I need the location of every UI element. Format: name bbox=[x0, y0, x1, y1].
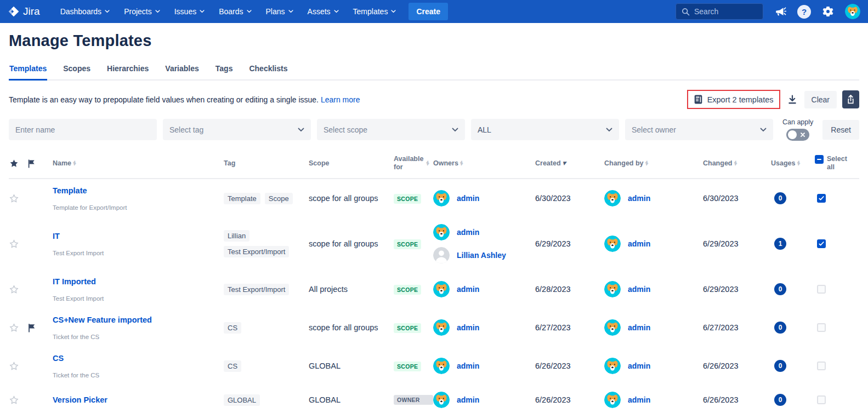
row-checkbox[interactable] bbox=[817, 362, 826, 370]
page-title: Manage Templates bbox=[9, 32, 859, 50]
template-name-link[interactable]: IT Imported bbox=[53, 277, 96, 286]
nav-item-issues[interactable]: Issues bbox=[168, 3, 211, 20]
chevron-down-icon bbox=[334, 10, 339, 13]
changed-date: 6/26/2023 bbox=[703, 362, 771, 370]
select-cell bbox=[815, 194, 859, 203]
available-for-badge: SCOPE bbox=[394, 239, 421, 249]
search-input[interactable] bbox=[694, 7, 754, 16]
nav-item-boards[interactable]: Boards bbox=[213, 3, 257, 20]
global-search[interactable] bbox=[676, 3, 763, 20]
owner-link[interactable]: admin bbox=[628, 194, 650, 203]
tab-bar: TemplatesScopesHierarchiesVariablesTagsC… bbox=[9, 61, 859, 81]
dog-avatar-icon bbox=[604, 281, 621, 297]
tag-chip: GLOBAL bbox=[224, 394, 260, 406]
row-checkbox[interactable] bbox=[817, 395, 826, 404]
column-header-usages[interactable]: Usages ▲▼ bbox=[771, 159, 815, 168]
download-button[interactable] bbox=[786, 93, 799, 106]
template-name-link[interactable]: Template bbox=[53, 186, 87, 195]
row-star-button[interactable] bbox=[9, 323, 27, 333]
template-name-link[interactable]: IT bbox=[53, 232, 60, 240]
settings-button[interactable] bbox=[821, 4, 835, 19]
dog-avatar-icon bbox=[604, 236, 621, 252]
tab-templates[interactable]: Templates bbox=[9, 61, 47, 81]
row-star-button[interactable] bbox=[9, 395, 27, 405]
owner-link[interactable]: admin bbox=[628, 239, 650, 248]
star-icon bbox=[9, 284, 19, 295]
changed-by-cell: admin bbox=[604, 236, 703, 252]
row-star-button[interactable] bbox=[9, 239, 27, 249]
name-filter-input[interactable] bbox=[9, 119, 157, 140]
flag-column-header[interactable] bbox=[27, 159, 53, 168]
tab-tags[interactable]: Tags bbox=[215, 61, 234, 81]
owner-link[interactable]: admin bbox=[457, 323, 479, 332]
template-name-link[interactable]: CS+New Feature imported bbox=[53, 316, 152, 324]
tab-scopes[interactable]: Scopes bbox=[63, 61, 91, 81]
owner-link[interactable]: Lillian Ashley bbox=[457, 251, 506, 260]
owner-filter-select[interactable]: Select owner bbox=[625, 119, 773, 140]
row-star-button[interactable] bbox=[9, 193, 27, 204]
owner-link[interactable]: admin bbox=[457, 194, 479, 203]
row-checkbox[interactable] bbox=[817, 285, 826, 294]
row-checkbox[interactable] bbox=[817, 194, 826, 203]
owner-link[interactable]: admin bbox=[628, 362, 650, 370]
create-button[interactable]: Create bbox=[409, 3, 448, 20]
announcements-button[interactable] bbox=[773, 4, 787, 19]
reset-button[interactable]: Reset bbox=[822, 120, 859, 140]
table-header: Name ▲▼ Tag Scope Available for ▲▼ Owner… bbox=[9, 152, 859, 179]
column-header-name[interactable]: Name ▲▼ bbox=[53, 159, 224, 168]
star-column-header[interactable] bbox=[9, 158, 27, 169]
header-label: Changed by bbox=[604, 159, 644, 168]
header-label: Owners bbox=[433, 159, 458, 168]
owner-link[interactable]: admin bbox=[628, 395, 650, 404]
column-header-changed[interactable]: Changed ▲▼ bbox=[703, 159, 771, 168]
template-name-link[interactable]: Version Picker bbox=[53, 395, 107, 404]
template-name-link[interactable]: CS bbox=[53, 354, 64, 363]
tag-chips: Test Export/Import bbox=[224, 284, 309, 295]
row-checkbox[interactable] bbox=[817, 323, 826, 332]
clear-button[interactable]: Clear bbox=[804, 91, 837, 108]
column-header-changed-by[interactable]: Changed by ▲▼ bbox=[604, 159, 703, 168]
top-nav: Jira DashboardsProjectsIssuesBoardsPlans… bbox=[0, 0, 868, 23]
column-header-created[interactable]: Created ▼ bbox=[535, 159, 604, 168]
owner-link[interactable]: admin bbox=[628, 323, 650, 332]
type-filter-select[interactable]: ALL bbox=[471, 119, 619, 140]
select-all-checkbox[interactable] bbox=[815, 155, 824, 164]
user-avatar[interactable] bbox=[845, 4, 860, 19]
row-star-button[interactable] bbox=[9, 361, 27, 371]
tag-chip: CS bbox=[224, 360, 241, 372]
tab-hierarchies[interactable]: Hierarchies bbox=[106, 61, 149, 81]
export-templates-button[interactable]: Export 2 templates bbox=[688, 91, 779, 108]
tab-variables[interactable]: Variables bbox=[164, 61, 200, 81]
scope-filter-select[interactable]: Select scope bbox=[317, 119, 465, 140]
help-button[interactable]: ? bbox=[797, 5, 811, 19]
nav-item-dashboards[interactable]: Dashboards bbox=[54, 3, 116, 20]
nav-item-projects[interactable]: Projects bbox=[118, 3, 166, 20]
chevron-down-icon bbox=[105, 10, 110, 13]
row-flag-icon[interactable] bbox=[27, 323, 53, 332]
flag-icon bbox=[27, 159, 35, 168]
owner-link[interactable]: admin bbox=[457, 362, 479, 370]
megaphone-icon bbox=[774, 5, 786, 18]
tag-filter-select[interactable]: Select tag bbox=[163, 119, 311, 140]
column-header-available-for[interactable]: Available for ▲▼ bbox=[394, 155, 433, 171]
owner-link[interactable]: admin bbox=[628, 285, 650, 294]
tag-chip: Test Export/Import bbox=[224, 284, 289, 295]
nav-item-templates[interactable]: Templates bbox=[347, 3, 402, 20]
nav-item-assets[interactable]: Assets bbox=[302, 3, 345, 20]
owner-link[interactable]: admin bbox=[457, 395, 479, 404]
dog-avatar bbox=[433, 281, 450, 297]
row-star-button[interactable] bbox=[9, 284, 27, 295]
can-apply-toggle[interactable] bbox=[786, 129, 809, 141]
jira-logo[interactable]: Jira bbox=[8, 5, 40, 18]
row-checkbox[interactable] bbox=[817, 239, 826, 248]
owner-link[interactable]: admin bbox=[457, 285, 479, 294]
column-header-owners[interactable]: Owners ▲▼ bbox=[433, 159, 535, 168]
owners-cell: admin bbox=[433, 319, 535, 336]
available-for-badge: OWNER bbox=[394, 395, 433, 405]
owner-link[interactable]: admin bbox=[457, 228, 479, 237]
tab-checklists[interactable]: Checklists bbox=[248, 61, 288, 81]
share-button[interactable] bbox=[842, 90, 859, 108]
nav-item-plans[interactable]: Plans bbox=[260, 3, 299, 20]
dog-avatar bbox=[604, 392, 621, 408]
learn-more-link[interactable]: Learn more bbox=[321, 95, 360, 104]
